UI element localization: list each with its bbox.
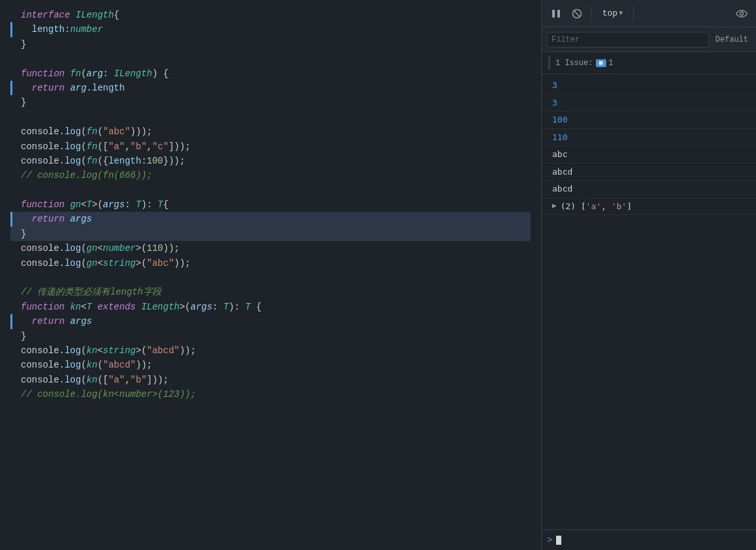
code-line: console.log(gn<string>("abc")); xyxy=(10,256,531,270)
issue-count: 1 xyxy=(609,59,613,68)
code-line: function fn(arg: ILength) { xyxy=(10,66,531,81)
expand-arrow[interactable]: ▶ xyxy=(552,201,557,212)
issues-border-accent xyxy=(548,57,550,70)
console-cursor xyxy=(556,536,561,545)
code-line: } xyxy=(10,95,531,109)
code-line xyxy=(10,270,531,285)
code-line: console.log(fn({length:100})); xyxy=(10,154,531,168)
issues-label: 1 Issue: xyxy=(555,59,593,68)
code-line: interface ILength{ xyxy=(10,8,531,22)
toolbar-separator-2 xyxy=(633,7,634,21)
code-line: } xyxy=(10,227,531,241)
code-line xyxy=(10,51,531,66)
svg-line-3 xyxy=(574,10,580,17)
context-label: top xyxy=(602,8,617,18)
clear-button[interactable] xyxy=(568,5,586,23)
code-line: function gn<T>(args: T): T{ xyxy=(10,197,531,212)
console-output: 33100110abcabcdabcd▶(2) ['a', 'b'] xyxy=(542,74,756,529)
code-line: console.log(kn(["a","b"])); xyxy=(10,373,531,387)
code-line xyxy=(10,183,531,197)
code-line: console.log(fn("abc"))); xyxy=(10,124,531,139)
eye-button[interactable] xyxy=(733,5,751,23)
code-line: } xyxy=(10,37,531,51)
code-line: } xyxy=(10,329,531,343)
code-line: // console.log(kn<number>(123)); xyxy=(10,387,531,401)
console-item: abcd xyxy=(542,164,756,181)
code-line: return args xyxy=(10,314,531,328)
console-item: 3 xyxy=(542,94,756,112)
svg-point-4 xyxy=(740,12,744,15)
console-item: 3 xyxy=(542,77,756,94)
issues-badge: ▩ 1 xyxy=(596,59,613,68)
chevron-down-icon: ▼ xyxy=(619,10,623,17)
code-line: // 传递的类型必须有length字段 xyxy=(10,285,531,299)
devtools-panel: top ▼ Default 1 Issue: ▩ 1 33100110abcab… xyxy=(541,0,756,550)
code-line: function kn<T extends ILength>(args: T):… xyxy=(10,300,531,314)
code-line: return arg.length xyxy=(10,81,531,95)
console-input-row[interactable]: > xyxy=(542,529,756,550)
toolbar-separator xyxy=(591,7,592,21)
filter-input[interactable] xyxy=(547,32,709,48)
code-line: // console.log(fn(666)); xyxy=(10,168,531,182)
play-pause-button[interactable] xyxy=(547,5,565,23)
context-selector[interactable]: top ▼ xyxy=(597,7,628,20)
code-editor: interface ILength{ length:number}functio… xyxy=(0,0,541,550)
code-line: console.log(gn<number>(110)); xyxy=(10,241,531,255)
code-line: length:number xyxy=(10,22,531,36)
issue-icon: ▩ xyxy=(596,59,606,67)
svg-rect-0 xyxy=(552,10,555,18)
console-item: 100 xyxy=(542,111,756,129)
issues-row: 1 Issue: ▩ 1 xyxy=(542,52,756,74)
code-line: console.log(kn("abcd")); xyxy=(10,358,531,372)
devtools-toolbar: top ▼ xyxy=(542,0,756,27)
code-content: interface ILength{ length:number}functio… xyxy=(0,8,541,402)
default-button[interactable]: Default xyxy=(713,34,751,46)
code-line: console.log(kn<string>("abcd")); xyxy=(10,343,531,358)
code-line xyxy=(10,110,531,124)
console-item: abc xyxy=(542,146,756,164)
console-prompt-symbol: > xyxy=(547,535,552,545)
array-preview: (2) ['a', 'b'] xyxy=(561,200,632,213)
svg-rect-1 xyxy=(557,10,560,18)
code-line: return args xyxy=(10,212,531,226)
console-item: 110 xyxy=(542,129,756,147)
code-line: console.log(fn(["a","b","c"])); xyxy=(10,139,531,154)
console-item: abcd xyxy=(542,181,756,198)
console-item: ▶(2) ['a', 'b'] xyxy=(542,198,756,216)
filter-row: Default xyxy=(542,27,756,52)
